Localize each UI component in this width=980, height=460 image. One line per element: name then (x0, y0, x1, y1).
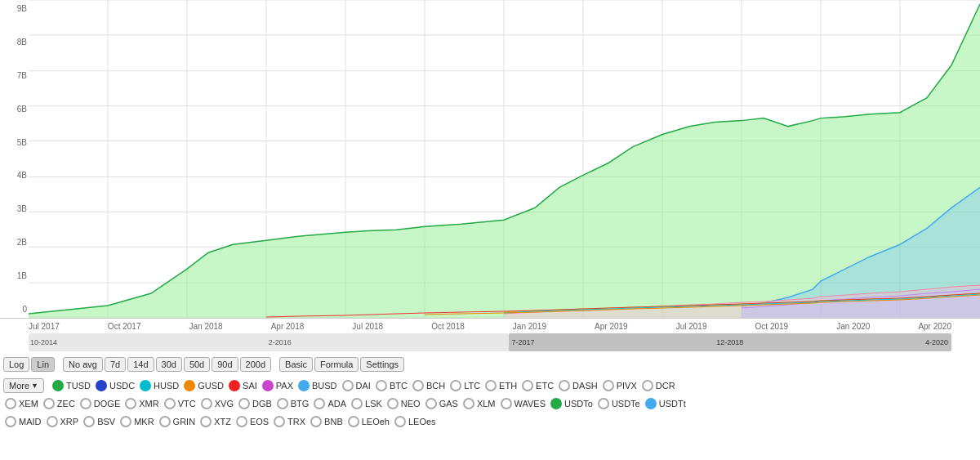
legend-item-gas[interactable]: GAS (425, 398, 458, 409)
legend-item-xem[interactable]: XEM (5, 398, 38, 409)
usdto-label: USDTo (564, 399, 593, 409)
legend-item-pax[interactable]: PAX (262, 380, 293, 391)
neo-label: NEO (401, 399, 421, 409)
ada-dot (314, 398, 325, 409)
90d-button[interactable]: 90d (212, 357, 238, 372)
legend-item-eos[interactable]: EOS (236, 416, 269, 427)
200d-button[interactable]: 200d (240, 357, 271, 372)
gusd-dot (184, 380, 195, 391)
scrollbar-label-2-2016: 2-2016 (269, 338, 292, 346)
legend-item-trx[interactable]: TRX (274, 416, 305, 427)
more-button[interactable]: More ▼ (3, 378, 44, 393)
mkr-label: MKR (134, 417, 154, 427)
bnb-dot (310, 416, 322, 427)
leoes-dot (394, 416, 406, 427)
legend-item-eth[interactable]: ETH (485, 380, 517, 391)
formula-button[interactable]: Formula (314, 357, 359, 372)
bnb-label: BNB (324, 417, 343, 427)
gas-label: GAS (439, 399, 458, 409)
legend-item-sai[interactable]: SAI (229, 380, 257, 391)
legend-item-ada[interactable]: ADA (314, 398, 346, 409)
legend-item-waves[interactable]: WAVES (501, 398, 546, 409)
legend-item-dai[interactable]: DAI (342, 380, 371, 391)
legend-item-xvg[interactable]: XVG (201, 398, 234, 409)
legend-item-mkr[interactable]: MKR (120, 416, 154, 427)
dgb-dot (238, 398, 250, 409)
legend-item-dgb[interactable]: DGB (238, 398, 272, 409)
legend-item-usdto[interactable]: USDTo (550, 398, 593, 409)
busd-label: BUSD (312, 381, 337, 391)
legend-item-bsv[interactable]: BSV (83, 416, 115, 427)
usdte-dot (598, 398, 609, 409)
legend-item-usdte[interactable]: USDTe (598, 398, 640, 409)
legend-item-usdc[interactable]: USDC (96, 380, 135, 391)
legend-row-1: More ▼ TUSD USDC HUSD GUSD SAI (3, 377, 977, 394)
legend-item-xtz[interactable]: XTZ (200, 416, 231, 427)
xlm-label: XLM (477, 399, 496, 409)
x-label-apr2020: Apr 2020 (918, 322, 951, 331)
neo-dot (387, 398, 399, 409)
legend-item-usdtt[interactable]: USDTt (645, 398, 686, 409)
scrollbar-thumb[interactable]: 7-2017 12-2018 4-2020 (509, 333, 951, 351)
legend-item-zec[interactable]: ZEC (43, 398, 75, 409)
basic-button[interactable]: Basic (279, 357, 313, 372)
scrollbar-label-10-2014: 10-2014 (30, 338, 57, 346)
scrollbar-track[interactable]: 7-2017 12-2018 4-2020 10-2014 2-2016 (29, 333, 951, 351)
legend-item-xlm[interactable]: XLM (463, 398, 496, 409)
ltc-label: LTC (464, 381, 480, 391)
xrp-dot (47, 416, 58, 427)
legend-item-pivx[interactable]: PIVX (603, 380, 637, 391)
legend-item-etc[interactable]: ETC (522, 380, 554, 391)
legend-item-busd[interactable]: BUSD (298, 380, 337, 391)
y-label-9b: 9B (2, 4, 27, 13)
eos-label: EOS (250, 417, 269, 427)
xrp-label: XRP (60, 417, 79, 427)
zec-dot (43, 398, 55, 409)
legend-item-btg[interactable]: BTG (277, 398, 310, 409)
doge-dot (80, 398, 91, 409)
dcr-label: DCR (656, 381, 675, 391)
legend-item-husd[interactable]: HUSD (140, 380, 179, 391)
legend-item-doge[interactable]: DOGE (80, 398, 120, 409)
7d-button[interactable]: 7d (105, 357, 126, 372)
x-label-jul2019: Jul 2019 (676, 322, 707, 331)
legend-item-vtc[interactable]: VTC (164, 398, 196, 409)
dai-dot (342, 380, 354, 391)
legend-item-xrp[interactable]: XRP (47, 416, 79, 427)
btc-dot (376, 380, 387, 391)
legend-item-grin[interactable]: GRIN (159, 416, 196, 427)
legend-item-lsk[interactable]: LSK (351, 398, 382, 409)
legend-item-maid[interactable]: MAID (5, 416, 42, 427)
30d-button[interactable]: 30d (156, 357, 182, 372)
legend-item-bch[interactable]: BCH (412, 380, 445, 391)
14d-button[interactable]: 14d (127, 357, 154, 372)
legend-item-gusd[interactable]: GUSD (184, 380, 224, 391)
xem-dot (5, 398, 16, 409)
eth-label: ETH (499, 381, 517, 391)
legend-item-xmr[interactable]: XMR (125, 398, 158, 409)
legend-item-ltc[interactable]: LTC (450, 380, 480, 391)
pax-dot (262, 380, 274, 391)
leoeh-dot (348, 416, 359, 427)
grin-label: GRIN (173, 417, 196, 427)
legend-item-leoes[interactable]: LEOes (394, 416, 436, 427)
dcr-dot (642, 380, 653, 391)
legend-item-leoeh[interactable]: LEOeh (348, 416, 390, 427)
y-label-6b: 6B (2, 105, 27, 114)
doge-label: DOGE (94, 399, 120, 409)
log-button[interactable]: Log (3, 357, 29, 372)
50d-button[interactable]: 50d (184, 357, 210, 372)
x-label-oct2017: Oct 2017 (108, 322, 141, 331)
legend-item-dcr[interactable]: DCR (642, 380, 675, 391)
chart-svg (29, 0, 980, 318)
legend-item-neo[interactable]: NEO (387, 398, 421, 409)
settings-button[interactable]: Settings (360, 357, 404, 372)
legend-item-dash[interactable]: DASH (559, 380, 598, 391)
legend-item-btc[interactable]: BTC (376, 380, 408, 391)
legend-item-tusd[interactable]: TUSD (52, 380, 91, 391)
legend-item-bnb[interactable]: BNB (310, 416, 343, 427)
x-label-jul2018: Jul 2018 (352, 322, 383, 331)
tusd-label: TUSD (66, 381, 91, 391)
lin-button[interactable]: Lin (31, 357, 55, 372)
no-avg-button[interactable]: No avg (63, 357, 103, 372)
